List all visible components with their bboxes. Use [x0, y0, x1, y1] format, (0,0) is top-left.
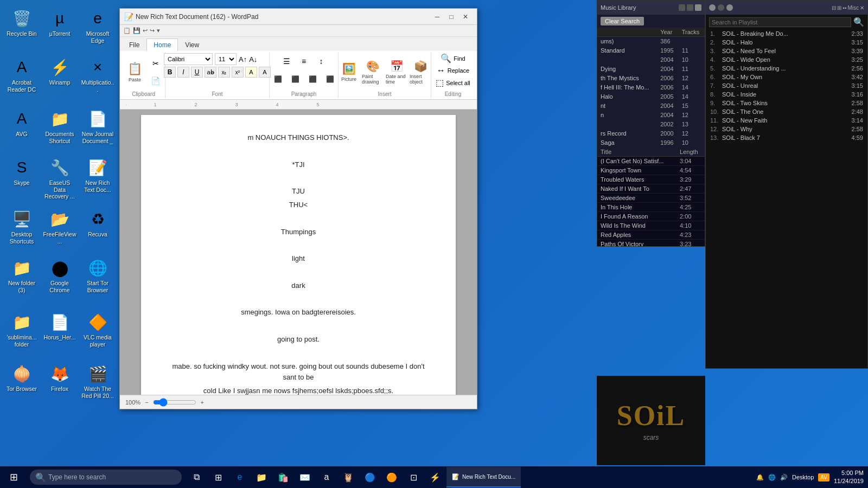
highlight-button[interactable]: A	[245, 67, 257, 78]
playlist-item[interactable]: 6. SOiL - My Own 3:42	[706, 73, 867, 81]
taskbar-store[interactable]: 🛍️	[273, 467, 293, 487]
align-right-button[interactable]: ⬛	[304, 71, 321, 87]
tab-view[interactable]: View	[178, 38, 206, 51]
playlist-item[interactable]: 3. SOiL - Need To Feel 3:39	[706, 47, 867, 55]
taskbar-app10[interactable]: ⊡	[403, 467, 424, 487]
library-row[interactable]: n 2004 12	[597, 111, 705, 120]
music-search-input[interactable]	[709, 17, 851, 27]
desktop-icon-watch-red-pill[interactable]: 🎬Watch The Red Pill 20...	[79, 361, 117, 401]
track-row[interactable]: Troubled Waters 3:29	[597, 175, 705, 184]
library-row[interactable]: Halo 2005 14	[597, 92, 705, 101]
library-close-btn[interactable]	[695, 4, 701, 11]
maximize-button[interactable]: □	[444, 11, 458, 22]
bold-button[interactable]: B	[164, 67, 176, 78]
taskbar-tripadvisor[interactable]: 🦉	[338, 467, 359, 487]
date-time-button[interactable]: 📅 Date and time	[385, 57, 408, 87]
desktop-icon-new-journal[interactable]: 📄New Journal Document _	[79, 106, 117, 146]
zoom-decrease-icon[interactable]: −	[145, 399, 148, 406]
desktop-icon-recycle-bin[interactable]: 🗑️Recycle Bin	[3, 5, 41, 40]
playlist-area[interactable]: 1. SOiL - Breaking Me Do... 2:33 2. SOiL…	[706, 29, 867, 368]
taskbar-clock[interactable]: 5:00 PM 11/24/2019	[834, 469, 864, 486]
font-grow-icon[interactable]: A↑	[239, 55, 247, 63]
taskbar-app8[interactable]: 🔵	[360, 467, 380, 487]
desktop-icon-google-chrome[interactable]: ⬤Google Chrome	[41, 255, 79, 296]
track-row[interactable]: Sweedeedee 3:52	[597, 194, 705, 203]
library-row[interactable]: Dying 2004 11	[597, 65, 705, 74]
music-ctrl-1[interactable]: ⊟	[832, 5, 836, 11]
desktop-icon-winamp[interactable]: ⚡Winamp	[41, 54, 79, 88]
desktop-label[interactable]: Desktop	[792, 474, 814, 480]
library-row[interactable]: Standard 1995 11	[597, 46, 705, 55]
copy-button[interactable]: 📄	[148, 73, 164, 89]
playlist-item[interactable]: 7. SOiL - Unreal 3:15	[706, 81, 867, 90]
taskbar-mail[interactable]: ✉️	[295, 467, 315, 487]
library-row[interactable]: th The Mystics 2006 12	[597, 74, 705, 83]
music-ctrl-3[interactable]: ▪▪	[843, 5, 846, 11]
document-page[interactable]: m NOAUCH THINGS HIOTNS>. *TJI TJUTHU< Th…	[141, 115, 456, 395]
desktop-icon-new-rich-text[interactable]: 📝New Rich Text Doc...	[79, 155, 117, 195]
playlist-item[interactable]: 11. SOiL - New Faith 3:14	[706, 116, 867, 125]
music-maximize-btn[interactable]	[718, 4, 724, 11]
strikethrough-button[interactable]: ab̶	[205, 67, 216, 78]
music-minimize-btn[interactable]	[709, 4, 716, 11]
insert-object-button[interactable]: 📦 Insert object	[409, 57, 432, 87]
desktop-icon-easeus[interactable]: 🔧EaseUS Data Recovery ...	[41, 155, 79, 202]
desktop-icon-tor-browser[interactable]: 🧅Tor Browser	[3, 361, 41, 395]
close-button[interactable]: ✕	[458, 11, 473, 22]
desktop-icon-new-folder-3[interactable]: 📁New folder (3)	[3, 255, 41, 296]
library-row[interactable]: Saga 1996 10	[597, 138, 705, 147]
font-color-button[interactable]: A	[259, 67, 271, 78]
playlist-item[interactable]: 8. SOiL - Inside 3:16	[706, 90, 867, 99]
desktop-icon-ms-edge[interactable]: eMicrosoft Edge	[79, 5, 117, 46]
superscript-button[interactable]: x²	[232, 67, 244, 78]
replace-button[interactable]: ↔Replace	[437, 66, 469, 75]
taskbar-app9[interactable]: 🟠	[381, 467, 402, 487]
tab-home[interactable]: Home	[146, 38, 178, 51]
desktop-icon-start-tor-browser[interactable]: 🌐Start Tor Browser	[79, 255, 117, 296]
taskbar-edge[interactable]: e	[229, 467, 250, 487]
desktop-icon-desktop-shortcuts[interactable]: 🖥️Desktop Shortcuts	[3, 206, 41, 247]
taskbar-wordpad-btn[interactable]: 📝 New Rich Text Docu...	[446, 467, 521, 487]
library-row[interactable]: 2002 13	[597, 120, 705, 129]
volume-icon[interactable]: 🔊	[780, 474, 788, 481]
track-row[interactable]: Paths Of Victory 3:23	[597, 240, 705, 247]
track-row[interactable]: Naked If I Want To 2:47	[597, 184, 705, 194]
select-all-button[interactable]: ⬚Select all	[436, 78, 470, 88]
find-button[interactable]: 🔍Find	[441, 53, 465, 63]
align-left-button[interactable]: ⬛	[270, 71, 286, 87]
playlist-item[interactable]: 2. SOiL - Halo 3:15	[706, 38, 867, 47]
track-row[interactable]: I Found A Reason 2:00	[597, 212, 705, 221]
library-maximize-btn[interactable]	[687, 4, 693, 11]
playlist-item[interactable]: 1. SOiL - Breaking Me Do... 2:33	[706, 29, 867, 38]
line-spacing-button[interactable]: ↕	[313, 53, 329, 69]
desktop-icon-documents-shortcut[interactable]: 📁Documents Shortcut	[41, 106, 79, 146]
tab-file[interactable]: File	[122, 38, 146, 51]
notification-icon[interactable]: 🔔	[756, 474, 764, 481]
library-row[interactable]: f Hell III: The Mo... 2006 14	[597, 83, 705, 92]
track-row[interactable]: Red Apples 4:23	[597, 230, 705, 240]
underline-button[interactable]: U	[191, 67, 203, 78]
desktop-icon-sublimina-folder[interactable]: 📁'sublimina... folder	[3, 309, 41, 350]
taskbar-amazon[interactable]: a	[316, 467, 337, 487]
track-row[interactable]: Wild Is The Wind 4:10	[597, 221, 705, 230]
font-size-selector[interactable]: 11	[215, 53, 237, 65]
picture-button[interactable]: 🖼️ Picture	[337, 57, 360, 87]
cut-button[interactable]: ✂	[148, 55, 164, 72]
library-row[interactable]: nt 2004 15	[597, 101, 705, 111]
align-center-button[interactable]: ⬛	[287, 71, 303, 87]
playlist-item[interactable]: 4. SOiL - Wide Open 3:25	[706, 55, 867, 64]
clear-search-button[interactable]: Clear Search	[601, 17, 644, 25]
italic-button[interactable]: I	[177, 67, 189, 78]
music-close-btn[interactable]	[726, 4, 733, 11]
taskbar-apps[interactable]: ⊞	[208, 467, 228, 487]
track-row[interactable]: (I Can't Get No) Satisf... 3:04	[597, 157, 705, 166]
start-button[interactable]: ⊞	[0, 466, 27, 488]
music-close-x[interactable]: ✕	[860, 5, 864, 11]
library-row[interactable]: ums) 386	[597, 37, 705, 46]
list-bullet-button[interactable]: ☰	[278, 53, 295, 69]
track-row[interactable]: Kingsport Town 4:54	[597, 166, 705, 175]
desktop-icon-acrobat[interactable]: AAcrobat Reader DC	[3, 54, 41, 95]
search-input[interactable]	[48, 473, 168, 481]
font-selector[interactable]: Calibri	[164, 53, 213, 65]
paint-drawing-button[interactable]: 🎨 Paint drawing	[361, 57, 384, 87]
